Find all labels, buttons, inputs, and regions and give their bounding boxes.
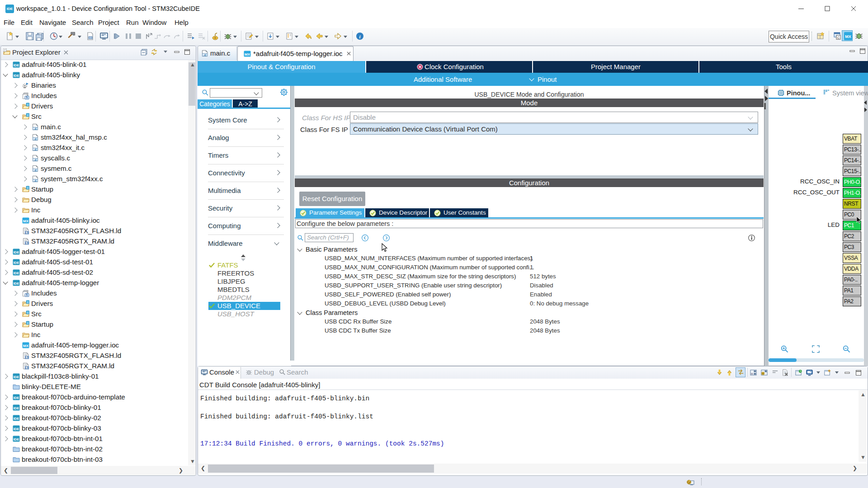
svg-text:C: C (837, 36, 840, 39)
svg-text:010: 010 (89, 37, 92, 39)
svg-text:MX: MX (845, 34, 851, 39)
